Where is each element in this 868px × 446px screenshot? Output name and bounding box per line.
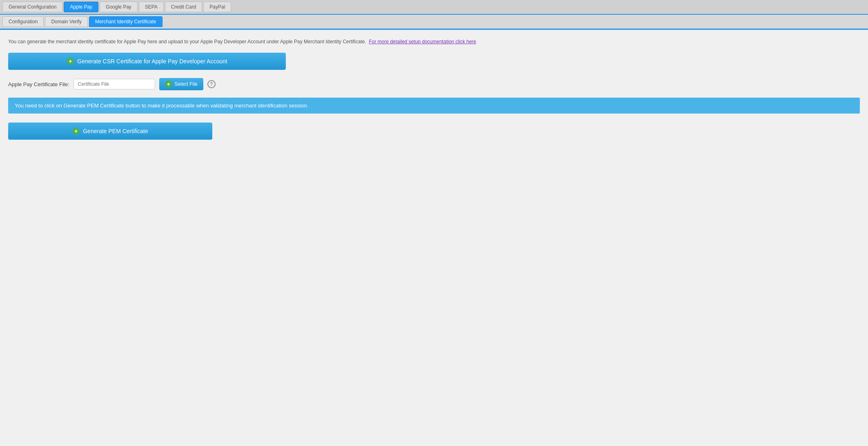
info-banner: You need to click on Generate PEM Certif… (8, 98, 860, 114)
cert-file-row: Apple Pay Certificate File: + Select Fil… (8, 78, 860, 90)
tab-google-pay[interactable]: Google Pay (100, 2, 138, 12)
cert-file-label: Apple Pay Certificate File: (8, 81, 69, 87)
generate-csr-label: Generate CSR Certificate for Apple Pay D… (77, 58, 227, 65)
info-banner-text: You need to click on Generate PEM Certif… (15, 103, 308, 109)
sub-tab-bar: Configuration Domain Verify Merchant Ide… (0, 15, 868, 30)
main-content: You can generate the merchant identity c… (0, 30, 868, 446)
pem-plus-icon: + (72, 127, 80, 135)
select-file-label: Select File (175, 81, 198, 87)
tab-general-configuration[interactable]: General Configuration (2, 2, 62, 12)
select-file-plus-icon: + (165, 80, 172, 88)
tab-paypal[interactable]: PayPal (203, 2, 231, 12)
setup-documentation-link[interactable]: For more detailed setup documentation cl… (369, 39, 476, 45)
sub-tab-configuration[interactable]: Configuration (2, 16, 44, 27)
sub-tab-merchant-identity-certificate[interactable]: Merchant Identity Certificate (89, 16, 162, 27)
tab-apple-pay[interactable]: Apple Pay (64, 2, 98, 12)
generate-pem-label: Generate PEM Certificate (83, 128, 148, 134)
top-tab-bar: General Configuration Apple Pay Google P… (0, 0, 868, 15)
help-icon[interactable]: ? (207, 80, 216, 88)
tab-credit-card[interactable]: Credit Card (165, 2, 202, 12)
plus-icon: + (67, 58, 74, 65)
description-text: You can generate the merchant identity c… (8, 38, 860, 45)
tab-sepa[interactable]: SEPA (139, 2, 164, 12)
cert-file-input[interactable] (73, 79, 155, 89)
generate-csr-button[interactable]: + Generate CSR Certificate for Apple Pay… (8, 53, 286, 70)
generate-pem-button[interactable]: + Generate PEM Certificate (8, 123, 212, 140)
sub-tab-domain-verify[interactable]: Domain Verify (45, 16, 88, 27)
select-file-button[interactable]: + Select File (159, 78, 203, 90)
